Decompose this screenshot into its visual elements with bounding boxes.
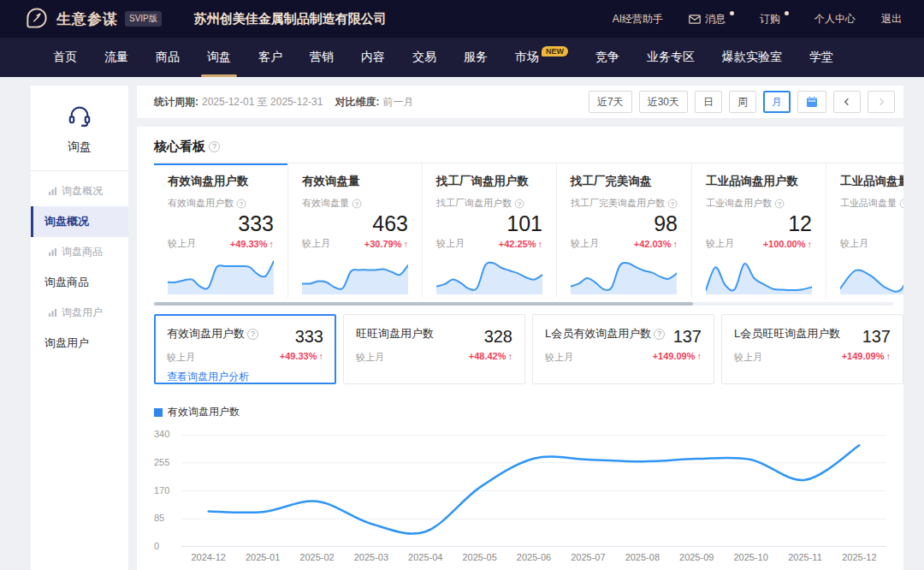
change-up: +42.03% [634, 239, 678, 249]
range-day-button[interactable]: 日 [695, 91, 722, 113]
info-icon[interactable] [900, 199, 903, 208]
filter-bar: 统计周期: 2025-12-01 至 2025-12-31 对比维度: 前一月 … [137, 86, 903, 118]
x-axis-labels: 2024-12 2025-01 2025-02 2025-03 2025-04 … [181, 552, 886, 562]
summary-value: 137 [862, 324, 891, 345]
kpi-card-factory-inquiry-users[interactable]: 找工厂询盘用户数 找工厂询盘用户数 101 较上月+42.25% [423, 163, 557, 298]
summary-value: 328 [484, 324, 512, 345]
x-tick: 2025-07 [561, 552, 615, 562]
summary-card-lmember-valid-inquiry-users[interactable]: L会员有效询盘用户数 137 较上月 +149.09% [532, 314, 714, 384]
x-tick: 2025-09 [670, 552, 724, 562]
change-up: +100.00% [763, 239, 812, 249]
orders-link[interactable]: 订购 [760, 12, 789, 27]
info-icon[interactable] [654, 329, 665, 340]
chart-legend: 有效询盘用户数 [154, 405, 903, 419]
view-inquiry-user-analysis-link[interactable]: 查看询盘用户分析 [167, 370, 323, 384]
chart-icon [48, 247, 57, 257]
x-tick: 2025-02 [290, 552, 344, 562]
info-icon[interactable] [209, 141, 220, 152]
nav-item-market[interactable]: 市场 NEW [501, 38, 582, 77]
sparkline-chart [840, 255, 903, 294]
horizontal-scrollbar-thumb[interactable] [154, 302, 693, 306]
notification-dot [785, 11, 789, 15]
ai-assistant-link[interactable]: AI经营助手 [613, 12, 663, 27]
info-icon[interactable] [237, 199, 246, 208]
kpi-card-industrial-inquiries[interactable]: 工业品询盘量 工业品询盘量 较上月 [826, 163, 903, 298]
chevron-right-icon [877, 98, 886, 106]
summary-value: 333 [295, 324, 323, 345]
prev-period-button[interactable] [833, 91, 861, 113]
info-icon[interactable] [775, 199, 785, 208]
range-week-button[interactable]: 周 [729, 91, 756, 113]
info-icon[interactable] [247, 329, 258, 340]
sidebar-item-inquiry-overview[interactable]: 询盘概况 [31, 206, 128, 237]
kpi-card-valid-inquiry-users[interactable]: 有效询盘用户数 有效询盘用户数 333 较上月+49.33% [154, 163, 288, 298]
range-30d-button[interactable]: 近30天 [639, 91, 688, 113]
topbar: 生意参谋 SVIP版 苏州创美佳金属制品制造有限公司 AI经营助手 消息 订购 … [0, 0, 924, 38]
y-tick: 255 [154, 457, 178, 467]
profile-link[interactable]: 个人中心 [814, 12, 856, 27]
period-label: 统计周期: [154, 95, 198, 110]
nav-item-business-zone[interactable]: 业务专区 [633, 38, 708, 77]
sidebar-group-inquiry-users[interactable]: 询盘用户 [31, 298, 128, 328]
kpi-value: 12 [706, 211, 812, 236]
kpi-card-valid-inquiries[interactable]: 有效询盘量 有效询盘量 463 较上月+30.79% [288, 163, 423, 298]
x-tick: 2025-11 [778, 552, 832, 562]
messages-link[interactable]: 消息 [689, 12, 734, 27]
range-7d-button[interactable]: 近7天 [589, 91, 632, 113]
change-up: +49.33% [280, 351, 323, 364]
kpi-card-industrial-inquiry-users[interactable]: 工业品询盘用户数 工业询盘用户数 12 较上月+100.00% [692, 163, 826, 298]
info-icon[interactable] [668, 199, 678, 208]
sidebar-group-inquiry-products[interactable]: 询盘商品 [31, 237, 128, 267]
summary-card-wangwang-inquiry-users[interactable]: 旺旺询盘用户数 328 较上月 +48.42% [343, 314, 525, 384]
y-tick: 340 [154, 429, 178, 439]
range-month-button[interactable]: 月 [763, 91, 791, 113]
nav-item-products[interactable]: 商品 [142, 38, 193, 77]
logout-link[interactable]: 退出 [881, 12, 902, 27]
nav-item-content[interactable]: 内容 [347, 38, 399, 77]
sidebar-group-inquiry-overview[interactable]: 询盘概况 [31, 176, 128, 206]
nav-item-home[interactable]: 首页 [39, 38, 91, 77]
nav-item-service[interactable]: 服务 [450, 38, 501, 77]
summary-card-lmember-wangwang-inquiry-users[interactable]: L会员旺旺询盘用户数 137 较上月 +149.09% [721, 314, 903, 384]
nav-item-academy[interactable]: 学堂 [796, 38, 847, 77]
kpi-card-factory-perfect-inquiry[interactable]: 找工厂完美询盘 找工厂完美询盘用户数 98 较上月+42.03% [557, 163, 692, 298]
sparkline-chart [706, 255, 812, 294]
y-tick: 0 [154, 541, 178, 551]
company-name: 苏州创美佳金属制品制造有限公司 [194, 11, 387, 27]
page: 生意参谋 SVIP版 苏州创美佳金属制品制造有限公司 AI经营助手 消息 订购 … [0, 0, 924, 570]
nav-item-competition[interactable]: 竞争 [582, 38, 633, 77]
legend-label: 有效询盘用户数 [168, 405, 240, 419]
chevron-left-icon [843, 98, 851, 106]
nav-item-traffic[interactable]: 流量 [91, 38, 142, 77]
nav-item-trade[interactable]: 交易 [399, 38, 450, 77]
change-up: +149.09% [653, 351, 702, 364]
x-tick: 2025-01 [235, 552, 289, 562]
sidebar-item-inquiry-products[interactable]: 询盘商品 [31, 267, 128, 298]
info-icon[interactable] [352, 199, 362, 208]
chart-icon [48, 187, 57, 196]
y-tick: 170 [154, 485, 178, 496]
new-badge: NEW [542, 46, 568, 56]
kpi-value [840, 211, 903, 236]
nav-item-hot-lab[interactable]: 爆款实验室 [708, 38, 796, 77]
x-tick: 2024-12 [181, 552, 235, 562]
x-tick: 2025-06 [506, 552, 560, 562]
sparkline-chart [571, 255, 677, 294]
line-chart: 340 255 170 85 0 2024-12 2025-01 2025-02… [154, 423, 886, 570]
sidebar-item-inquiry-users[interactable]: 询盘用户 [31, 328, 128, 359]
compare-label: 对比维度: [335, 95, 379, 110]
calendar-icon [806, 96, 818, 108]
kpi-value: 101 [436, 211, 542, 236]
nav-item-inquiry[interactable]: 询盘 [193, 38, 245, 77]
nav-item-marketing[interactable]: 营销 [296, 38, 347, 77]
next-period-button[interactable] [868, 91, 895, 113]
envelope-icon [689, 15, 701, 24]
summary-card-valid-inquiry-users[interactable]: 有效询盘用户数 333 较上月 +49.33% 查看询盘用户分析 [154, 314, 336, 384]
svip-badge: SVIP版 [125, 11, 162, 27]
nav-item-customers[interactable]: 客户 [245, 38, 296, 77]
horizontal-scrollbar-track [154, 302, 893, 306]
info-icon[interactable] [515, 199, 524, 208]
kpi-cards-row: 有效询盘用户数 有效询盘用户数 333 较上月+49.33% 有效询盘量 有效询… [154, 163, 903, 298]
x-tick: 2025-04 [399, 552, 453, 562]
calendar-button[interactable] [797, 91, 826, 113]
